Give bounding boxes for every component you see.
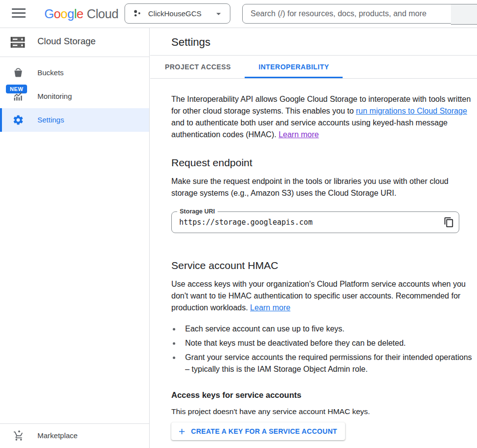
bullet-item: Note that keys must be deactivated befor… <box>171 337 474 349</box>
project-dots-icon <box>132 8 143 19</box>
search-bar <box>242 4 451 24</box>
run-migrations-link[interactable]: run migrations to Cloud Storage <box>356 107 467 115</box>
bullet-item: Each service account can use up to five … <box>171 323 474 335</box>
storage-uri-field: Storage URI <box>171 211 459 233</box>
sidebar-footer-divider <box>0 423 149 424</box>
cloud-storage-icon <box>9 34 26 51</box>
access-keys-heading: Access keys for service accounts <box>171 389 474 400</box>
create-key-label: CREATE A KEY FOR A SERVICE ACCOUNT <box>191 427 337 435</box>
search-actions-area[interactable] <box>451 4 477 25</box>
topbar: GoogleCloud ClickHouseGCS <box>0 0 477 28</box>
sidebar-item-buckets[interactable]: Buckets <box>0 61 149 85</box>
sidebar-item-label: Settings <box>37 108 64 132</box>
gcp-console-window: GoogleCloud ClickHouseGCS <box>0 0 477 448</box>
intro-learn-more-link[interactable]: Learn more <box>279 130 319 139</box>
sidebar-item-marketplace[interactable]: Marketplace <box>0 424 149 448</box>
create-key-button[interactable]: CREATE A KEY FOR A SERVICE ACCOUNT <box>171 422 345 440</box>
search-input[interactable] <box>243 4 451 23</box>
request-endpoint-heading: Request endpoint <box>171 156 474 169</box>
bucket-icon <box>12 67 24 79</box>
tab-bar: PROJECT ACCESS INTEROPERABILITY <box>150 56 477 79</box>
copy-icon <box>444 217 454 228</box>
sidebar-item-monitoring[interactable]: MonitoringNEW <box>0 85 149 108</box>
sidebar-item-label: Monitoring <box>37 85 72 108</box>
marketplace-cart-icon <box>13 430 25 442</box>
plus-icon <box>177 427 187 436</box>
google-cloud-logo[interactable]: GoogleCloud <box>44 5 118 22</box>
storage-uri-input[interactable] <box>172 212 433 233</box>
gear-icon <box>12 114 24 126</box>
page-title: Settings <box>171 35 211 49</box>
hamburger-icon <box>12 8 26 10</box>
hmac-heading: Service account HMAC <box>171 259 474 272</box>
hmac-learn-more-link[interactable]: Learn more <box>250 303 290 312</box>
hamburger-menu-button[interactable] <box>12 8 26 19</box>
sidebar-item-label: Buckets <box>37 61 64 85</box>
monitoring-icon <box>12 90 24 102</box>
sidebar: Cloud Storage Buckets MonitoringNEW <box>0 28 150 448</box>
bullet-item: Grant your service accounts the required… <box>171 352 474 375</box>
copy-button[interactable] <box>443 217 455 229</box>
sidebar-item-label: Marketplace <box>37 424 78 447</box>
selected-indicator <box>0 108 2 132</box>
hmac-body: Use access keys with your organization's… <box>171 278 474 314</box>
empty-state-text: This project doesn't have any service ac… <box>171 406 474 418</box>
main-content: Settings PROJECT ACCESS INTEROPERABILITY… <box>150 28 477 448</box>
chevron-down-icon <box>213 8 224 19</box>
project-selector[interactable]: ClickHouseGCS <box>125 3 230 24</box>
product-title: Cloud Storage <box>37 36 95 47</box>
sidebar-item-settings[interactable]: Settings <box>0 108 149 132</box>
project-name: ClickHouseGCS <box>148 9 213 18</box>
tab-interoperability[interactable]: INTEROPERABILITY <box>245 56 343 78</box>
intro-paragraph: The Interoperability API allows Google C… <box>171 93 474 141</box>
tab-project-access[interactable]: PROJECT ACCESS <box>151 56 245 78</box>
product-header: Cloud Storage <box>0 28 149 57</box>
request-endpoint-body: Make sure the request endpoint in the to… <box>171 176 474 199</box>
logo-cloud-text: Cloud <box>87 7 118 21</box>
hmac-bullet-list: Each service account can use up to five … <box>171 323 474 378</box>
